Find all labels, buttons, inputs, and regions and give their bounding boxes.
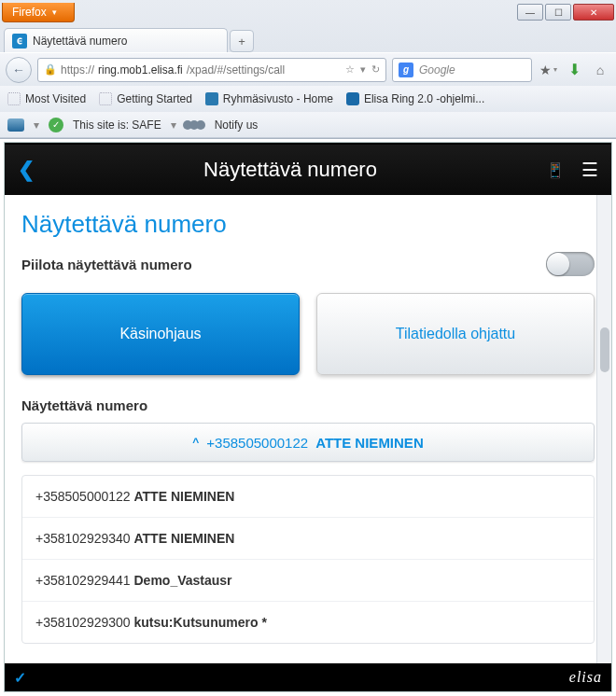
list-item[interactable]: +358102929340 ATTE NIEMINEN	[22, 518, 594, 560]
google-icon: g	[399, 63, 413, 77]
addon-toolbar: ▾ ✓ This site is: SAFE ▾ Notify us	[0, 112, 616, 138]
bookmark-sharepoint[interactable]: Ryhmäsivusto - Home	[205, 92, 333, 105]
scrollbar-thumb[interactable]	[600, 327, 609, 372]
selected-number: +358505000122	[206, 435, 308, 451]
wot-icon[interactable]	[7, 118, 24, 132]
bookmark-elisaring[interactable]: Elisa Ring 2.0 -ohjelmi...	[346, 92, 484, 105]
app-viewport: ❮ Näytettävä numero 📱 ☰ Näytettävä numer…	[4, 142, 612, 692]
item-number: +358505000122	[35, 489, 131, 504]
item-name: Demo_Vastausr	[134, 573, 232, 588]
selected-name: ATTE NIEMINEN	[315, 435, 424, 451]
app-header: ❮ Näytettävä numero 📱 ☰	[5, 143, 611, 195]
item-number: +358102929441	[35, 573, 131, 588]
reload-icon[interactable]: ↻	[371, 63, 380, 76]
wot-status: This site is: SAFE	[73, 118, 161, 132]
scrollbar[interactable]	[596, 195, 611, 663]
window-controls: — ☐ ✕	[517, 4, 614, 21]
back-button[interactable]: ❮	[18, 158, 35, 182]
bookmark-most-visited[interactable]: Most Visited	[7, 92, 86, 105]
browser-chrome: Firefox — ☐ ✕ ϵ Näytettävä numero + ← 🔒 …	[0, 0, 616, 139]
home-button[interactable]: ⌂	[590, 60, 610, 80]
download-button[interactable]: ⬇	[564, 60, 584, 80]
search-bar[interactable]: g Google	[392, 58, 532, 82]
hide-number-label: Piilota näytettävä numero	[21, 257, 192, 272]
item-number: +358102929340	[35, 531, 131, 546]
item-name: kutsu:Kutsunumero *	[134, 615, 267, 630]
number-list: +358505000122 ATTE NIEMINEN +35810292934…	[21, 475, 595, 644]
url-bar[interactable]: 🔒 https://ring.mob1.elisa.fi/xpad/#/sett…	[37, 58, 386, 82]
status-driven-button[interactable]: Tilatiedolla ohjattu	[316, 293, 595, 375]
new-tab-button[interactable]: +	[230, 30, 254, 52]
people-icon	[186, 120, 205, 130]
maximize-button[interactable]: ☐	[545, 4, 571, 21]
url-scheme: https://	[61, 63, 94, 77]
tab-title: Näytettävä numero	[33, 35, 127, 48]
close-button[interactable]: ✕	[573, 4, 614, 21]
firefox-menu-button[interactable]: Firefox	[2, 3, 75, 22]
manual-button[interactable]: Käsinohjaus	[21, 293, 300, 375]
feed-icon[interactable]: ☆	[345, 63, 355, 76]
url-host: ring.mob1.elisa.fi	[98, 63, 183, 77]
item-number: +358102929300	[35, 615, 131, 630]
item-name: ATTE NIEMINEN	[134, 489, 235, 504]
safe-icon: ✓	[49, 118, 63, 132]
app-footer: ✓ elisa	[5, 663, 611, 691]
hide-number-toggle[interactable]	[546, 252, 595, 276]
app-content-scroll[interactable]: Näytettävä numero Piilota näytettävä num…	[5, 195, 611, 663]
bookmark-toolbar: Most Visited Getting Started Ryhmäsivust…	[0, 86, 616, 112]
browser-tab[interactable]: ϵ Näytettävä numero	[4, 28, 228, 52]
confirm-check-icon[interactable]: ✓	[14, 669, 26, 687]
list-item[interactable]: +358102929300 kutsu:Kutsunumero *	[22, 602, 594, 643]
menu-icon[interactable]: ☰	[581, 159, 598, 181]
selected-number-dropdown[interactable]: ^ +358505000122 ATTE NIEMINEN	[21, 423, 595, 462]
number-section-label: Näytettävä numero	[21, 397, 595, 413]
minimize-button[interactable]: —	[517, 4, 543, 21]
brand-logo: elisa	[569, 669, 602, 686]
bookmark-getting-started[interactable]: Getting Started	[99, 92, 192, 105]
chevron-up-icon: ^	[192, 436, 199, 449]
phone-icon[interactable]: 📱	[546, 161, 565, 179]
list-item[interactable]: +358102929441 Demo_Vastausr	[22, 560, 594, 602]
url-path: /xpad/#/settings/call	[187, 63, 285, 77]
bookmark-menu-button[interactable]: ★	[538, 60, 558, 80]
lock-icon: 🔒	[44, 63, 57, 76]
notify-label[interactable]: Notify us	[215, 118, 259, 132]
search-placeholder: Google	[419, 63, 455, 77]
nav-back-button[interactable]: ←	[6, 57, 32, 83]
list-item[interactable]: +358505000122 ATTE NIEMINEN	[22, 476, 594, 518]
page-title: Näytettävä numero	[21, 210, 595, 239]
item-name: ATTE NIEMINEN	[134, 531, 235, 546]
header-title: Näytettävä numero	[35, 158, 546, 182]
dropdown-icon[interactable]: ▾	[360, 63, 366, 76]
favicon-icon: ϵ	[12, 34, 27, 49]
